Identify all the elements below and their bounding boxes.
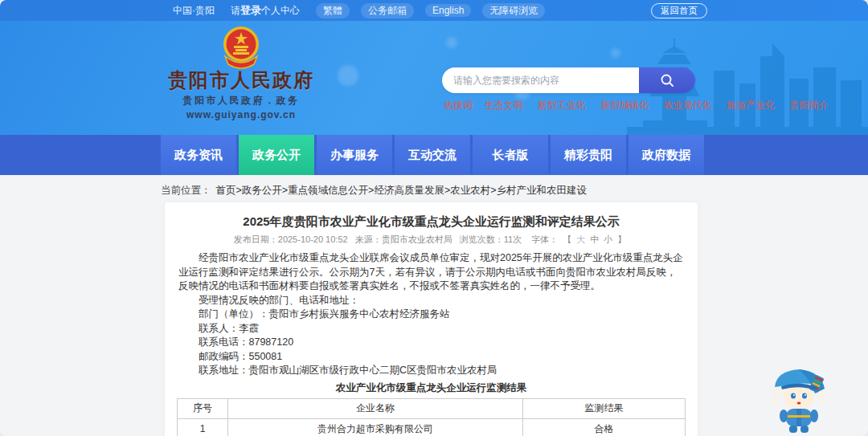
hot-word-link[interactable]: 新型城镇化 xyxy=(600,100,649,111)
table-header-row: 序号 企业名称 监测结果 xyxy=(178,398,686,418)
bokeh-decoration xyxy=(611,48,620,58)
site-subtitle: 贵阳市人民政府．政务 xyxy=(183,94,300,108)
hot-word-link[interactable]: 农业现代化 xyxy=(664,100,712,111)
login-link[interactable]: 登录 xyxy=(240,4,261,16)
bracket: 【 xyxy=(563,234,571,244)
main-navigation: 政务资讯 政务公开 办事服务 互动交流 长者版 精彩贵阳 政府数据 xyxy=(0,135,868,175)
bracket: 】 xyxy=(617,234,626,244)
login-prefix: 请 xyxy=(231,5,240,16)
article-source: 来源：贵阳市农业农村局 xyxy=(355,234,452,244)
paragraph: 联系人：李霞 xyxy=(178,322,684,336)
header-company: 企业名称 xyxy=(228,398,523,418)
paragraph: 联系地址：贵阳市观山湖区市级行政中心二期C区贵阳市农业农村局 xyxy=(178,364,684,378)
top-utility-bar: 中国·贵阳 请登录个人中心 繁體 公务邮箱 English 无障碍浏览 返回首页 xyxy=(0,0,868,21)
hot-words-label: 热搜词: xyxy=(444,100,475,111)
nav-item-bsfw[interactable]: 办事服务 xyxy=(317,135,392,175)
nav-item-jcgy[interactable]: 精彩贵阳 xyxy=(551,135,626,175)
article-title: 2025年度贵阳市农业产业化市级重点龙头企业运行监测和评定结果公示 xyxy=(165,202,698,229)
hot-search-words: 热搜词: 生态文明 新型工业化 新型城镇化 农业现代化 旅游产业化 贵阳简介 xyxy=(444,99,840,112)
bokeh-decoration xyxy=(446,37,457,48)
link-accessibility[interactable]: 无障碍浏览 xyxy=(482,3,545,18)
hot-word-link[interactable]: 贵阳简介 xyxy=(789,100,828,111)
header-result: 监测结果 xyxy=(522,398,685,418)
breadcrumb-label: 当前位置： xyxy=(161,185,211,196)
cell-company: 贵州合力超市采购有限公司 xyxy=(228,418,523,436)
nav-item-zwgk-active[interactable]: 政务公开 xyxy=(239,135,314,175)
site-url: www.guiyang.gov.cn xyxy=(186,109,296,120)
cell-index: 1 xyxy=(178,418,228,436)
breadcrumb-path[interactable]: 首页>政务公开>重点领域信息公开>经济高质量发展>农业农村>乡村产业和农田建设 xyxy=(216,185,588,196)
paragraph: 联系电话：87987120 xyxy=(178,336,684,350)
login-suffix: 个人中心 xyxy=(261,5,300,16)
search-input[interactable] xyxy=(442,67,639,93)
bokeh-decoration xyxy=(338,65,358,86)
breadcrumb: 当前位置：首页>政务公开>重点领域信息公开>经济高质量发展>农业农村>乡村产业和… xyxy=(161,185,587,196)
header-index: 序号 xyxy=(178,398,228,418)
link-english[interactable]: English xyxy=(425,4,471,17)
link-traditional-chinese[interactable]: 繁體 xyxy=(316,3,350,18)
hot-word-link[interactable]: 旅游产业化 xyxy=(727,100,775,111)
cell-result: 合格 xyxy=(522,418,685,436)
table-row: 1 贵州合力超市采购有限公司 合格 xyxy=(178,418,686,436)
search-icon xyxy=(659,72,675,88)
national-emblem-icon xyxy=(220,24,262,69)
table-caption: 农业产业化市级重点龙头企业运行监测结果 xyxy=(165,381,698,395)
nav-item-zwzx[interactable]: 政务资讯 xyxy=(161,135,236,175)
link-login-personal-center[interactable]: 请登录个人中心 xyxy=(231,3,300,18)
mascot-assistant-icon[interactable] xyxy=(765,361,833,435)
search-bar xyxy=(442,67,695,93)
nav-item-elder[interactable]: 长者版 xyxy=(473,135,548,175)
font-size-small-button[interactable]: 小 xyxy=(604,234,612,244)
font-size-large-button[interactable]: 大 xyxy=(576,234,585,244)
site-title: 贵阳市人民政府 xyxy=(168,69,314,92)
paragraph: 受理情况反映的部门、电话和地址： xyxy=(178,294,684,308)
link-official-mail[interactable]: 公务邮箱 xyxy=(361,3,414,18)
view-count: 浏览次数：11次 xyxy=(460,234,522,244)
font-size-label: 字体： xyxy=(531,234,558,244)
hot-word-link[interactable]: 生态文明 xyxy=(485,100,523,111)
monitoring-results-table: 序号 企业名称 监测结果 1 贵州合力超市采购有限公司 合格 2 贵州友禾种业有… xyxy=(177,398,686,436)
site-header: 贵阳市人民政府 贵阳市人民政府．政务 www.guiyang.gov.cn 热搜… xyxy=(0,21,868,135)
search-button[interactable] xyxy=(639,67,695,93)
article-body: 经贵阳市农业产业化市级重点龙头企业联席会议成员单位审定，现对2025年开展的农业… xyxy=(165,251,698,378)
font-size-medium-button[interactable]: 中 xyxy=(590,234,599,244)
nav-item-hdjl[interactable]: 互动交流 xyxy=(395,135,470,175)
paragraph: 邮政编码：550081 xyxy=(178,350,684,365)
hot-word-link[interactable]: 新型工业化 xyxy=(538,100,586,111)
paragraph: 部门（单位）：贵阳市乡村振兴服务中心农村经济服务站 xyxy=(178,308,684,322)
paragraph: 经贵阳市农业产业化市级重点龙头企业联席会议成员单位审定，现对2025年开展的农业… xyxy=(178,251,684,294)
publish-date: 发布日期：2025-10-20 10:52 xyxy=(234,234,348,244)
page: 中国·贵阳 请登录个人中心 繁體 公务邮箱 English 无障碍浏览 返回首页 xyxy=(0,0,868,436)
link-china-guiyang[interactable]: 中国·贵阳 xyxy=(173,4,215,18)
font-size-control: 字体：【大中小】 xyxy=(529,234,628,244)
article-meta: 发布日期：2025-10-20 10:52 来源：贵阳市农业农村局 浏览次数：1… xyxy=(165,234,698,245)
site-logo[interactable]: 贵阳市人民政府 贵阳市人民政府．政务 www.guiyang.gov.cn xyxy=(170,24,312,120)
nav-item-zfsj[interactable]: 政府数据 xyxy=(628,135,704,175)
article-card: 2025年度贵阳市农业产业化市级重点龙头企业运行监测和评定结果公示 发布日期：2… xyxy=(165,202,698,436)
back-to-home-button[interactable]: 返回首页 xyxy=(651,3,707,18)
